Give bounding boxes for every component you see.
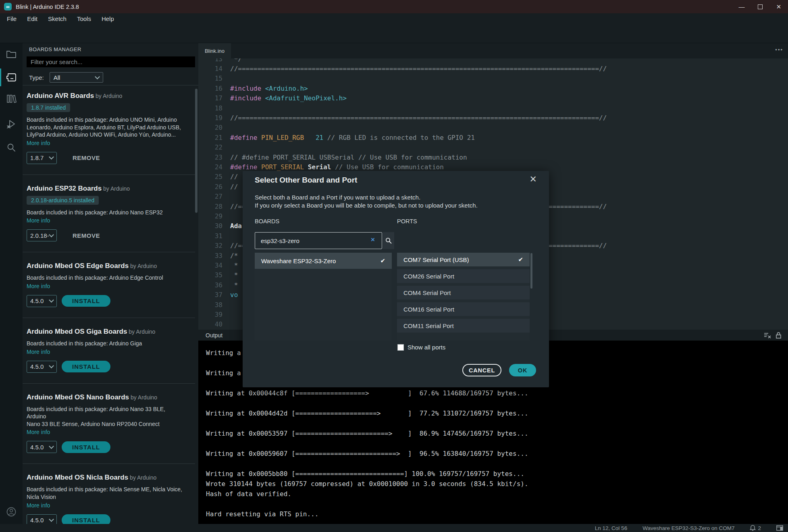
cursor-position[interactable]: Ln 12, Col 56 [595,525,627,531]
version-select[interactable]: 4.5.0 [27,295,57,307]
search-button[interactable] [383,232,394,249]
cancel-button[interactable]: CANCEL [462,364,501,376]
code-line[interactable]: 29 [198,211,230,221]
code-line[interactable]: 26// [198,182,238,191]
code-line[interactable]: 33/* [198,251,238,260]
boards-filter-input[interactable] [27,56,195,67]
ports-scrollbar[interactable] [530,253,532,289]
close-button[interactable]: ✕ [769,0,788,13]
minimize-button[interactable]: — [732,0,751,13]
more-info-link[interactable]: More info [27,502,183,509]
toggle-panel-button[interactable] [776,525,783,531]
more-info-link[interactable]: More info [27,349,183,355]
output-tab[interactable]: Output [206,332,222,339]
code-line[interactable]: 14//====================================… [198,64,607,73]
version-select[interactable]: 2.0.18-a [27,229,57,241]
board-port-status[interactable]: Waveshare ESP32-S3-Zero on COM7 [642,525,734,531]
code-line[interactable]: 27 [198,192,230,202]
port-row[interactable]: COM7 Serial Port (USB)✔ [397,253,530,266]
more-info-link[interactable]: More info [27,429,183,435]
code-line[interactable]: 38 [198,300,230,310]
board-row[interactable]: Waveshare ESP32-S3-Zero✔ [255,253,392,269]
code-line[interactable]: 23// #define PORT_SERIAL USBSerial // Us… [198,152,467,162]
code-line[interactable]: 37vo [198,290,238,300]
code-line[interactable]: 36 * [198,280,238,290]
version-select[interactable]: 4.5.0 [27,514,57,524]
more-info-link[interactable]: More info [27,140,183,146]
board-search-input[interactable] [255,232,382,249]
menu-help[interactable]: Help [102,15,114,22]
board-author: by Arduino [127,328,155,335]
clear-search-icon[interactable]: × [371,236,375,243]
menu-edit[interactable]: Edit [27,15,37,22]
line-number: 24 [198,163,222,171]
install-button[interactable]: INSTALL [62,361,110,372]
code-line[interactable]: 19//====================================… [198,113,607,123]
show-all-ports-checkbox[interactable] [397,344,404,351]
type-select[interactable]: All [50,72,103,83]
more-info-link[interactable]: More info [27,217,183,224]
ok-button[interactable]: OK [509,364,536,376]
install-button[interactable]: INSTALL [62,514,110,524]
sidebar-item-boards-manager[interactable] [0,68,23,87]
board-entry: Arduino Mbed OS Nano Boards by ArduinoBo… [23,384,195,464]
maximize-button[interactable] [751,0,769,13]
port-row[interactable]: COM11 Serial Port [397,319,530,332]
code-line[interactable]: 21#define PIN_LED_RGB 21 // RGB LED is c… [198,133,475,142]
port-row[interactable]: COM16 Serial Port [397,302,530,316]
board-description-line: Boards included in this package: Arduino… [27,405,183,420]
dialog-close-button[interactable]: ✕ [530,175,537,184]
sidebar-item-search[interactable] [0,138,23,157]
code-line[interactable]: 39 [198,310,230,319]
board-entry: Arduino AVR Boards by Arduino1.8.7 insta… [23,85,195,175]
clear-output-icon[interactable] [763,332,771,339]
sidebar-item-debug[interactable] [0,115,23,133]
code-line[interactable]: 16#include <Arduino.h> [198,83,308,93]
code-line[interactable]: 17#include <Adafruit_NeoPixel.h> [198,94,347,103]
sidebar-item-account[interactable] [0,503,23,521]
code-line[interactable]: 31 [198,231,230,241]
code-line[interactable]: 15 [198,74,230,83]
panel-scrollbar[interactable] [195,89,198,213]
menu-sketch[interactable]: Sketch [48,15,67,22]
code-line[interactable]: 20 [198,123,230,133]
board-description-line: Boards included in this package: Arduino… [27,209,183,216]
line-number: 22 [198,143,222,151]
board-author: by Arduino [94,93,122,99]
version-select[interactable]: 4.5.0 [27,361,57,373]
version-select[interactable]: 4.5.0 [27,441,57,453]
editor-tab-bar: Blink.ino ••• [198,43,788,58]
install-button[interactable]: INSTALL [62,441,110,453]
more-info-link[interactable]: More info [27,283,183,289]
port-row[interactable]: COM26 Serial Port [397,269,530,283]
search-icon [6,143,16,152]
code-line[interactable]: 34 * [198,260,238,270]
notifications[interactable]: 2 [750,525,761,531]
code-line[interactable]: 40 [198,320,230,329]
sidebar-item-library-manager[interactable] [0,89,23,108]
board-author: by Arduino [128,474,156,481]
code-line[interactable]: 25// [198,172,238,182]
menu-file[interactable]: File [7,15,17,22]
remove-button[interactable]: REMOVE [73,232,100,239]
code-line[interactable]: 18 [198,103,230,113]
board-description-line: Boards included in this package: Arduino… [27,340,183,347]
code-line[interactable]: 22 [198,143,230,152]
line-number: 23 [198,154,222,161]
port-row[interactable]: COM4 Serial Port [397,286,530,299]
code-line[interactable]: 35 * [198,270,238,280]
install-button[interactable]: INSTALL [62,295,110,307]
remove-button[interactable]: REMOVE [73,154,100,161]
version-select[interactable]: 1.8.7 [27,152,57,164]
tab-blink-ino[interactable]: Blink.ino [198,43,231,58]
code-line[interactable]: 30Ada [198,221,242,231]
line-number: 32 [198,242,222,249]
menu-tools[interactable]: Tools [77,15,91,22]
editor-overflow-menu[interactable]: ••• [775,47,783,53]
sidebar-item-sketchbook[interactable] [0,45,23,63]
line-number: 36 [198,281,222,289]
board-description-line: Boards included in this package: Nicla S… [27,486,183,493]
scroll-lock-icon[interactable] [776,332,782,339]
board-name: Arduino Mbed OS Nano Boards [27,393,129,401]
title-bar: ∞ Blink | Arduino IDE 2.3.8 — ✕ [0,0,788,13]
